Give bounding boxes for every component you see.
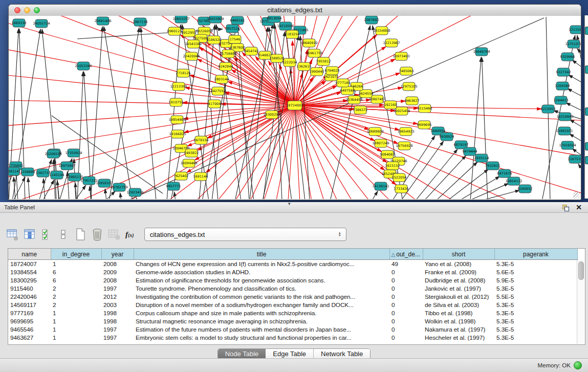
table-row[interactable]: 946362711997Embryonic stem cells: a mode… (8, 334, 577, 342)
table-cell[interactable]: Estimation of significance thresholds fo… (134, 276, 389, 285)
table-cell[interactable]: 2008 (101, 276, 134, 285)
table-cell[interactable]: 0 (389, 268, 423, 276)
table-cell[interactable]: 0 (389, 309, 423, 317)
network-window-titlebar[interactable]: citations_edges.txt (9, 5, 581, 16)
table-cell[interactable]: Changes of HCN gene expression and I(f) … (134, 260, 389, 269)
table-cell[interactable]: Embryonic stem cells: a model to study s… (134, 334, 389, 342)
column-header-in_degree[interactable]: in_degree (51, 249, 101, 260)
tab-edge-table[interactable]: Edge Table (266, 349, 313, 359)
column-header-short[interactable]: short (423, 249, 494, 260)
table-cell[interactable]: 0 (389, 317, 423, 325)
table-cell[interactable]: 5.9E-5 (494, 276, 577, 285)
column-header-pagerank[interactable]: pagerank (494, 249, 577, 260)
table-cell[interactable]: 5.3E-5 (494, 301, 577, 309)
column-header-year[interactable]: year (101, 249, 134, 260)
clear-selection-button[interactable] (56, 227, 71, 242)
table-row[interactable]: 1456911722003Disruption of a novel membe… (8, 301, 577, 309)
table-scrollbar-thumb[interactable] (578, 261, 584, 280)
table-cell[interactable]: 2 (51, 293, 101, 301)
table-panel-titlebar[interactable]: Table Panel ▾ ✕ (0, 202, 588, 213)
table-header-row[interactable]: namein_degreeyeartitle△out_de...shortpag… (8, 249, 577, 260)
table-cell[interactable]: Genome-wide association studies in ADHD. (134, 268, 389, 276)
table-cell[interactable]: 49 (389, 260, 423, 269)
table-cell[interactable]: 14569117 (8, 301, 51, 309)
network-graph-canvas[interactable]: 1669330240557242069140618671381065325715… (9, 16, 581, 199)
table-cell[interactable]: 1 (51, 309, 101, 317)
table-cell[interactable]: 1 (51, 260, 101, 269)
table-cell[interactable]: Structural magnetic resonance image aver… (134, 317, 389, 325)
window-resize-grip[interactable] (573, 192, 580, 199)
show-columns-button[interactable] (22, 227, 37, 242)
table-cell[interactable]: 1998 (101, 309, 134, 317)
table-cell[interactable]: 2003 (101, 301, 134, 309)
float-panel-icon[interactable] (562, 205, 569, 211)
table-row[interactable]: 946554611997Estimation of the future num… (8, 325, 577, 334)
table-cell[interactable]: 5.6E-5 (494, 268, 577, 276)
table-cell[interactable]: Tourette syndrome. Phenomenology and cla… (134, 285, 389, 293)
table-cell[interactable]: 0 (389, 334, 423, 342)
table-cell[interactable]: 0 (389, 276, 423, 285)
table-cell[interactable]: Franke et al. (2009) (423, 268, 494, 276)
table-cell[interactable]: Yano et al. (2008) (423, 260, 494, 269)
table-cell[interactable]: de Silva et al. (2003) (423, 301, 494, 309)
table-cell[interactable]: 5.3E-5 (494, 309, 577, 317)
table-cell[interactable]: 1997 (101, 325, 134, 334)
table-scrollbar[interactable] (577, 260, 584, 344)
table-options-button[interactable]: ⚙ (5, 227, 20, 242)
table-cell[interactable]: Hescheler et al. (1997) (423, 334, 494, 342)
table-cell[interactable]: 0 (389, 301, 423, 309)
table-source-dropdown[interactable]: citations_edges.txt ▲▼ (144, 228, 346, 241)
table-cell[interactable]: 9699695 (8, 317, 51, 325)
delete-table-button[interactable] (106, 227, 122, 242)
new-table-button[interactable] (73, 227, 88, 242)
citation-network-graph[interactable]: 1669330240557242069140618671381065325715… (9, 16, 581, 199)
table-cell[interactable]: 5.3E-5 (494, 285, 577, 293)
splitter-handle-icon[interactable]: ▾ (288, 201, 291, 206)
table-cell[interactable]: Dudbridge et al. (2008) (423, 276, 494, 285)
table-cell[interactable]: 0 (389, 285, 423, 293)
table-cell[interactable]: Estimation of the future numbers of pati… (134, 325, 389, 334)
tab-node-table[interactable]: Node Table (218, 349, 266, 359)
table-cell[interactable]: 2 (51, 285, 101, 293)
table-row[interactable]: 2242004622012Investigating the contribut… (8, 293, 577, 301)
table-cell[interactable]: Nakamura et al. (1997) (423, 325, 494, 334)
network-window[interactable]: citations_edges.txt 16693302405572420691… (8, 4, 581, 200)
table-cell[interactable]: 2009 (101, 268, 134, 276)
table-cell[interactable]: 6 (51, 276, 101, 285)
table-row[interactable]: 969969511998Structural magnetic resonanc… (8, 317, 577, 325)
table-row[interactable]: 1830029562008Estimation of significance … (8, 276, 577, 285)
table-cell[interactable]: 9777169 (8, 309, 51, 317)
column-header-name[interactable]: name (8, 249, 51, 260)
table-cell[interactable]: 5.5E-5 (494, 293, 577, 301)
table-cell[interactable]: 18300295 (8, 276, 51, 285)
table-row[interactable]: 1938455462009Genome-wide association stu… (8, 268, 577, 276)
table-cell[interactable]: 6 (51, 268, 101, 276)
table-row[interactable]: 911546021997Tourette syndrome. Phenomeno… (8, 285, 577, 293)
table-cell[interactable]: 1997 (101, 334, 134, 342)
table-row[interactable]: 1872400712008Changes of HCN gene express… (8, 260, 577, 269)
function-builder-icon[interactable]: f(x) (125, 230, 134, 239)
memory-status-indicator[interactable] (574, 361, 582, 369)
table-cell[interactable]: 9465546 (8, 325, 51, 334)
table-cell[interactable]: Corpus callosum shape and size in male p… (134, 309, 389, 317)
column-header-title[interactable]: title (134, 249, 389, 260)
table-cell[interactable]: Jankovic et al. (1997) (423, 285, 494, 293)
table-cell[interactable]: 2 (51, 301, 101, 309)
select-all-button[interactable] (39, 227, 54, 242)
table-cell[interactable]: 19384554 (8, 268, 51, 276)
node-table[interactable]: namein_degreeyeartitle△out_de...shortpag… (8, 248, 585, 345)
table-cell[interactable]: Investigating the contribution of common… (134, 293, 389, 301)
table-cell[interactable]: 9115460 (8, 285, 51, 293)
table-cell[interactable]: 1998 (101, 317, 134, 325)
table-cell[interactable]: 18724007 (8, 260, 51, 269)
table-cell[interactable]: Stergiakouli et al. (2012) (423, 293, 494, 301)
table-cell[interactable]: 22420046 (8, 293, 51, 301)
table-cell[interactable]: 5.3E-5 (494, 260, 577, 269)
table-cell[interactable]: Wolkin et al. (1998) (423, 317, 494, 325)
table-cell[interactable]: 1997 (101, 285, 134, 293)
table-cell[interactable]: 5.3E-5 (494, 317, 577, 325)
table-cell[interactable]: 1 (51, 325, 101, 334)
table-cell[interactable]: 2012 (101, 293, 134, 301)
table-cell[interactable]: 9463627 (8, 334, 51, 342)
table-cell[interactable]: 2008 (101, 260, 134, 269)
